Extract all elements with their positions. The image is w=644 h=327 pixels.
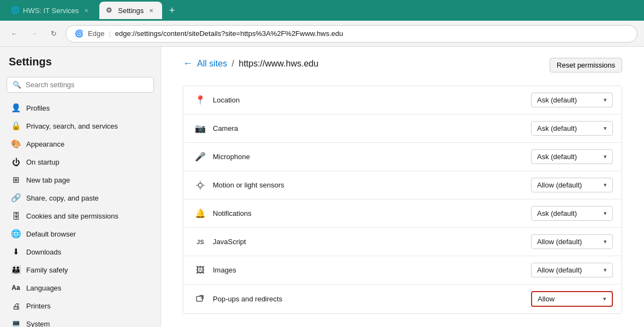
chevron-down-icon: ▾ (604, 181, 607, 189)
location-icon: 📍 (192, 95, 208, 105)
permission-select-camera[interactable]: Ask (default) ▾ (531, 121, 613, 136)
svg-rect-1 (196, 296, 202, 301)
sidebar-item-appearance-label: Appearance (26, 140, 64, 148)
address-input-container[interactable]: 🌀 Edge | edge://settings/content/siteDet… (65, 25, 637, 43)
permission-label-camera: Camera (208, 124, 531, 132)
browser-chrome: 🌐 HWS: IT Services ✕ ⚙ Settings ✕ + (0, 0, 644, 21)
chevron-down-icon: ▾ (604, 267, 607, 274)
tab-settings-close[interactable]: ✕ (147, 6, 156, 15)
sidebar-item-family[interactable]: 👪 Family safety (2, 261, 158, 278)
permission-select-motion[interactable]: Allow (default) ▾ (531, 178, 613, 192)
permission-select-javascript[interactable]: Allow (default) ▾ (531, 234, 613, 249)
permission-row-motion: Motion or light sensors Allow (default) … (183, 171, 622, 199)
sidebar-item-cookies[interactable]: 🗄 Cookies and site permissions (2, 207, 158, 225)
search-icon: 🔍 (13, 81, 21, 89)
sidebar-item-privacy[interactable]: 🔒 Privacy, search, and services (2, 117, 158, 135)
permission-row-location: 📍 Location Ask (default) ▾ (183, 86, 622, 114)
back-to-all-sites-button[interactable]: ← (183, 58, 193, 69)
permission-label-motion: Motion or light sensors (208, 181, 531, 189)
permission-value-camera: Ask (default) (537, 124, 577, 132)
sidebar-item-profiles[interactable]: 👤 Profiles (2, 99, 158, 117)
sidebar-item-system[interactable]: 💻 System (2, 315, 158, 327)
permission-label-location: Location (208, 96, 531, 104)
settings-favicon: ⚙ (106, 6, 115, 15)
breadcrumb: ← All sites / https://www.hws.edu (183, 58, 550, 69)
default-browser-icon: 🌐 (11, 229, 21, 239)
permissions-table: 📍 Location Ask (default) ▾ 📷 Camera Ask … (183, 86, 622, 314)
downloads-icon: ⬇ (11, 247, 21, 257)
permission-select-images[interactable]: Allow (default) ▾ (531, 263, 613, 277)
sidebar-item-newtab[interactable]: ⊞ New tab page (2, 171, 158, 189)
permission-label-javascript: JavaScript (208, 238, 531, 246)
permission-row-images: 🖼 Images Allow (default) ▾ (183, 256, 622, 284)
reload-button[interactable]: ↻ (46, 26, 61, 41)
permission-row-popups: Pop-ups and redirects Allow ▾ (183, 284, 622, 313)
svg-point-0 (198, 183, 202, 187)
all-sites-link[interactable]: All sites (197, 59, 227, 68)
permission-select-popups[interactable]: Allow ▾ (531, 291, 613, 307)
system-icon: 💻 (11, 319, 21, 327)
permission-select-notifications[interactable]: Ask (default) ▾ (531, 206, 613, 221)
appearance-icon: 🎨 (11, 139, 21, 149)
sidebar-item-browser[interactable]: 🌐 Default browser (2, 225, 158, 243)
permission-select-microphone[interactable]: Ask (default) ▾ (531, 149, 613, 164)
permission-row-camera: 📷 Camera Ask (default) ▾ (183, 114, 622, 143)
permission-row-notifications: 🔔 Notifications Ask (default) ▾ (183, 199, 622, 228)
permission-label-images: Images (208, 266, 531, 274)
chevron-down-icon: ▾ (603, 295, 606, 302)
tab-hws[interactable]: 🌐 HWS: IT Services ✕ (4, 2, 97, 19)
sidebar-item-appearance[interactable]: 🎨 Appearance (2, 135, 158, 153)
sidebar-item-privacy-label: Privacy, search, and services (26, 122, 118, 130)
permission-value-popups: Allow (538, 295, 554, 303)
tab-hws-label: HWS: IT Services (23, 7, 79, 15)
chevron-down-icon: ▾ (604, 125, 607, 132)
sidebar-item-newtab-label: New tab page (26, 176, 70, 184)
search-box[interactable]: 🔍 (7, 77, 154, 93)
tab-settings[interactable]: ⚙ Settings ✕ (99, 2, 162, 19)
permission-label-notifications: Notifications (208, 209, 531, 217)
camera-icon: 📷 (192, 123, 208, 134)
sidebar-item-share-label: Share, copy, and paste (26, 194, 99, 202)
sidebar-item-printers-label: Printers (26, 302, 51, 310)
permission-label-microphone: Microphone (208, 153, 531, 161)
sidebar-item-share[interactable]: 🔗 Share, copy, and paste (2, 189, 158, 207)
edge-icon: 🌀 (75, 29, 84, 38)
content-header: Reset permissions ← All sites / https://… (183, 58, 622, 80)
forward-button[interactable]: → (26, 26, 41, 41)
sidebar-item-printers[interactable]: 🖨 Printers (2, 297, 158, 314)
sidebar-item-profiles-label: Profiles (26, 104, 50, 112)
permission-select-location[interactable]: Ask (default) ▾ (531, 93, 613, 107)
languages-icon: Aa (11, 283, 21, 293)
main-layout: Settings 🔍 👤 Profiles 🔒 Privacy, search,… (0, 47, 644, 327)
sidebar-item-languages-label: Languages (26, 284, 61, 292)
sidebar-item-browser-label: Default browser (26, 230, 76, 238)
images-icon: 🖼 (192, 265, 208, 275)
sidebar-item-system-label: System (26, 320, 50, 328)
back-button[interactable]: ← (7, 26, 22, 41)
permission-label-popups: Pop-ups and redirects (208, 295, 531, 303)
sidebar-item-family-label: Family safety (26, 266, 68, 274)
sidebar-item-startup[interactable]: ⏻ On startup (2, 153, 158, 171)
sidebar-item-downloads[interactable]: ⬇ Downloads (2, 243, 158, 261)
printers-icon: 🖨 (11, 301, 21, 311)
breadcrumb-text: All sites / https://www.hws.edu (197, 59, 318, 69)
new-tab-button[interactable]: + (164, 3, 180, 18)
reset-permissions-button[interactable]: Reset permissions (550, 58, 622, 72)
notifications-icon: 🔔 (192, 208, 208, 219)
address-bar: ← → ↻ 🌀 Edge | edge://settings/content/s… (0, 21, 644, 47)
permission-value-microphone: Ask (default) (537, 153, 577, 161)
sidebar-item-languages[interactable]: Aa Languages (2, 279, 158, 296)
permission-value-javascript: Allow (default) (537, 238, 582, 246)
address-separator: | (109, 29, 110, 38)
permission-value-motion: Allow (default) (537, 181, 582, 189)
javascript-icon: JS (192, 239, 208, 245)
popups-icon (192, 294, 208, 304)
permission-row-javascript: JS JavaScript Allow (default) ▾ (183, 228, 622, 256)
tab-settings-label: Settings (118, 7, 144, 15)
newtab-icon: ⊞ (11, 175, 21, 185)
cookies-icon: 🗄 (11, 211, 21, 221)
permission-value-notifications: Ask (default) (537, 209, 577, 217)
tab-hws-close[interactable]: ✕ (82, 6, 91, 15)
breadcrumb-separator: / (232, 59, 234, 68)
search-input[interactable] (26, 81, 148, 89)
